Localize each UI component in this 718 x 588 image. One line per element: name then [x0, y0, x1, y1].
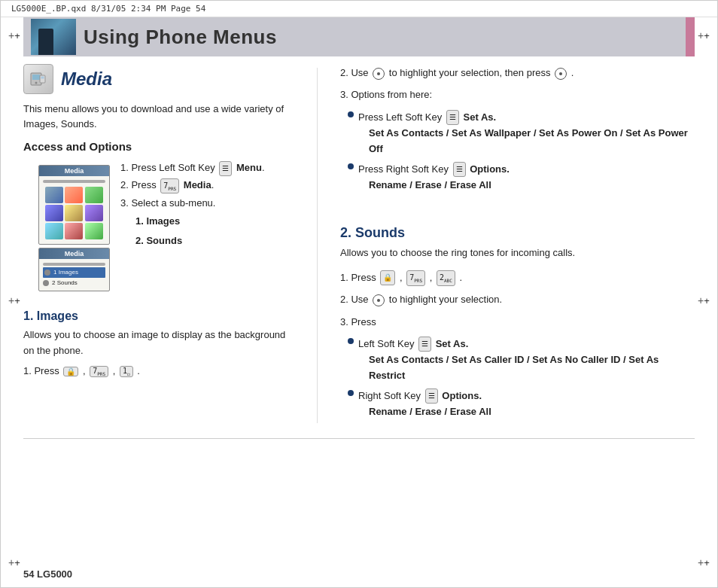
bullet1-key-label: Press Left Soft Key — [358, 111, 445, 123]
grid-cell-2 — [65, 187, 83, 203]
step1-label: 1. Press Left Soft Key — [120, 162, 215, 173]
bullet2-key-label: Press Right Soft Key — [358, 163, 452, 175]
right-step2-text: to highlight your selection, then press — [389, 67, 553, 78]
left-column: Media This menu allows you to download a… — [23, 64, 294, 423]
sounds-bullet-2: Right Soft Key ☰ Options. Rename / Erase… — [348, 387, 695, 420]
comma1: , — [83, 365, 88, 376]
sounds-lock-icon: 🔒 — [380, 270, 395, 285]
right-step2-label: 2. Use — [340, 67, 371, 78]
rsk-icon-1: ☰ — [453, 162, 466, 177]
page-title: Using Phone Menus — [84, 26, 277, 49]
screen2-progressbar — [43, 263, 105, 266]
media-title: Media — [61, 69, 112, 90]
screen2-body: 1 Images 2 Sounds — [39, 259, 109, 291]
lsk-icon-1: ☰ — [446, 110, 459, 125]
sounds-step2: 2. Use to highlight your selection. — [340, 291, 695, 308]
sounds-bullet1-sub: Set As Contacts / Set As Caller ID / Set… — [369, 352, 695, 384]
right-column: 2. Use to highlight your selection, then… — [340, 64, 695, 423]
grid-cell-7 — [45, 223, 63, 239]
footer-model-label: LG5000 — [37, 568, 72, 580]
select-icon-1 — [555, 68, 567, 80]
sub-menu-items: 1. Images 2. Sounds — [135, 212, 265, 251]
sub-item-2: 2. Sounds — [135, 231, 265, 251]
steps-area: 1. Press Left Soft Key ☰ Menu. 2. Press … — [120, 159, 265, 251]
sounds-bullet-1: Left Soft Key ☰ Set As. Set As Contacts … — [348, 335, 695, 384]
screen2-item1-label: 1 Images — [53, 268, 78, 277]
images-section-body: Allows you to choose an image to display… — [23, 328, 294, 359]
screen1-header: Media — [39, 166, 109, 176]
step2-label: 2. Press — [120, 179, 157, 190]
crosshair-top-right: + — [698, 29, 710, 41]
images-press-line: 1. Press 🔒 , 7PRS , 1◻ . — [23, 365, 294, 377]
7prs-key-icon: 7PRS — [160, 178, 179, 194]
comma2: , — [113, 365, 118, 376]
grid-cell-1 — [45, 187, 63, 203]
right-step2-period: . — [571, 67, 574, 78]
bullet-list-1: Press Left Soft Key ☰ Set As. Set As Con… — [348, 108, 695, 193]
menu-key-icon: ☰ — [219, 161, 232, 176]
screen1-grid — [43, 184, 105, 242]
images-section-title: 1. Images — [23, 309, 294, 323]
lock-key-icon: 🔒 — [63, 367, 78, 376]
sounds-steps: 1. Press 🔒 , 7PRS , 2ABC . 2. Use to hig… — [340, 269, 695, 420]
screen2-header: Media — [39, 248, 109, 259]
bullet-item-1-content: Press Left Soft Key ☰ Set As. Set As Con… — [358, 108, 695, 157]
crosshair-bottom-right: + — [698, 556, 710, 568]
grid-cell-4 — [45, 205, 63, 221]
sounds-section-title: 2. Sounds — [340, 225, 695, 241]
svg-point-2 — [35, 82, 38, 84]
grid-cell-6 — [85, 205, 103, 221]
screen1-body — [39, 176, 109, 244]
crosshair-top-left: + — [8, 29, 20, 41]
page-outer: + + + + + + LG5000E_.BP.qxd 8/31/05 2:34… — [0, 0, 718, 588]
intro-text: This menu allows you to download and use… — [23, 102, 294, 131]
sounds-2key: 2ABC — [437, 270, 455, 286]
7prs-key-icon-2: 7PRS — [90, 366, 108, 377]
grid-cell-5 — [65, 205, 83, 221]
phone-screen-2: Media 1 Images 2 Sounds — [38, 248, 110, 291]
bullet2-sub: Rename / Erase / Erase All — [369, 178, 510, 193]
right-step2: 2. Use to highlight your selection, then… — [340, 64, 695, 81]
sounds-bullet-1-content: Left Soft Key ☰ Set As. Set As Contacts … — [358, 335, 695, 384]
sounds-step1-label: 1. Press — [340, 272, 379, 283]
grid-cell-8 — [65, 223, 83, 239]
step1-key-label: Menu — [236, 162, 262, 173]
svg-rect-1 — [32, 75, 40, 80]
bullet-dot-2 — [348, 163, 354, 169]
nav-icon-1 — [373, 68, 385, 80]
sounds-bullet2-sub: Rename / Erase / Erase All — [369, 404, 491, 420]
phone-screenshots: Media — [38, 165, 110, 291]
sounds-bullet-dot-1 — [348, 338, 354, 344]
screen1-progressbar — [43, 180, 105, 183]
pink-accent-bar — [686, 17, 695, 56]
grid-cell-3 — [85, 187, 103, 203]
screen2-item2-label: 2 Sounds — [52, 279, 78, 288]
right-steps: 2. Use to highlight your selection, then… — [340, 64, 695, 193]
sounds-bullet2-bold: Options. — [442, 390, 482, 401]
step2-key-label: Media — [184, 179, 211, 190]
media-icon — [23, 64, 53, 94]
sub-item-1: 1. Images — [135, 212, 265, 231]
bullet-item-2-content: Press Right Soft Key ☰ Options. Rename /… — [358, 160, 510, 193]
comma-s2: , — [430, 272, 435, 283]
right-step3-label: 3. Options from here: — [340, 89, 432, 100]
vertical-divider — [317, 68, 318, 423]
media-header: Media — [23, 64, 294, 94]
bullet-item-1: Press Left Soft Key ☰ Set As. Set As Con… — [348, 108, 695, 157]
sounds-section-body: Allows you to choose the ring tones for … — [340, 245, 695, 261]
sounds-bullet-2-content: Right Soft Key ☰ Options. Rename / Erase… — [358, 387, 491, 420]
crosshair-mid-right: + — [698, 294, 710, 306]
sounds-section: 2. Sounds Allows you to choose the ring … — [340, 209, 695, 420]
step3-line: 3. Select a sub-menu. — [120, 194, 265, 212]
sounds-bullet1-bold: Set As. — [436, 338, 469, 349]
page-number: 54 — [23, 568, 34, 580]
menu-icon-1 — [44, 270, 50, 276]
sounds-bullet2-key: Right Soft Key — [358, 390, 424, 401]
bullet2-bold: Options. — [470, 163, 510, 175]
1key-icon: 1◻ — [120, 366, 133, 377]
bullet1-sub: Set As Contacts / Set As Wallpaper / Set… — [369, 126, 695, 157]
crosshair-bottom-left: + — [8, 556, 20, 568]
sounds-rsk-icon: ☰ — [425, 388, 438, 404]
page-footer: 54 LG5000 — [23, 568, 72, 580]
screen2-item2: 2 Sounds — [43, 278, 105, 288]
